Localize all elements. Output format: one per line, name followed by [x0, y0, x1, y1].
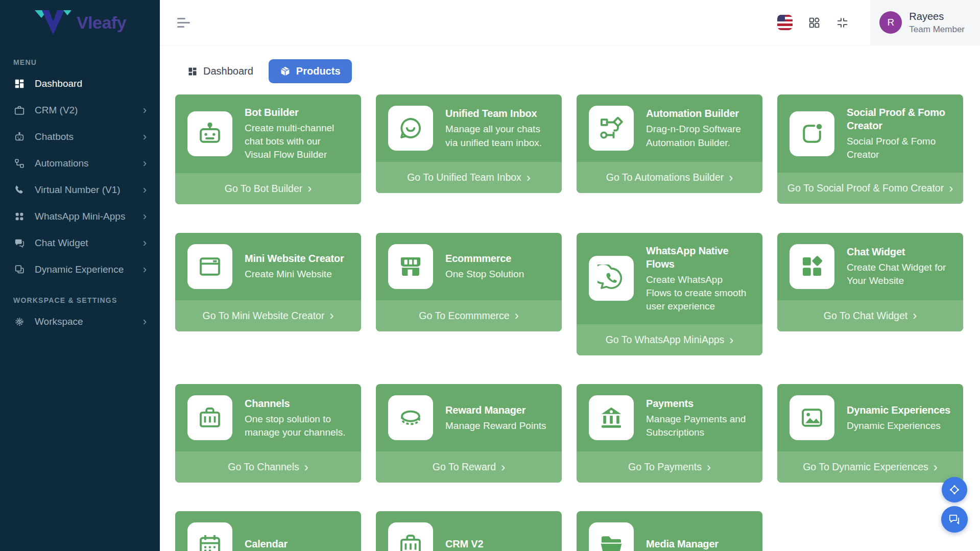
user-menu[interactable]: R Rayees Team Member — [870, 0, 980, 45]
products-cube-icon — [280, 66, 291, 77]
card-body: Dynamic ExperiencesDynamic Experiences — [777, 384, 963, 451]
widgets-icon — [790, 244, 834, 289]
product-card-reward-manager: Reward ManagerManage Reward PointsGo To … — [376, 384, 562, 483]
sidebar-item-label: Workspace — [35, 316, 83, 328]
flow-icon — [589, 106, 634, 151]
card-text: WhatsApp Native FlowsCreate WhatsApp Flo… — [646, 244, 750, 314]
social-proof-icon — [790, 111, 834, 156]
nodes-icon — [13, 157, 26, 170]
tab-dashboard[interactable]: Dashboard — [181, 60, 259, 82]
product-card-social-proof-fomo-creator: Social Proof & Fomo CreatorSocial Proof … — [777, 94, 963, 204]
briefcase-icon — [13, 104, 26, 116]
header-right: R Rayees Team Member — [777, 0, 980, 45]
product-card-media-manager: Media Manager — [577, 511, 762, 551]
compress-screen-icon[interactable] — [836, 16, 849, 29]
card-cta-label: Go To Reward — [433, 461, 496, 473]
brand-logo[interactable]: Vleafy — [0, 0, 160, 45]
card-description: Drag-n-Drop Software Automation Builder. — [646, 123, 750, 149]
vleafy-logo-icon — [34, 10, 71, 35]
card-cta-channels[interactable]: Go To Channels› — [175, 451, 361, 483]
chat-support-fab-button[interactable] — [941, 506, 968, 533]
card-description: Create Mini Website — [245, 268, 344, 281]
card-cta-whatsapp-native-flows[interactable]: Go To WhatsApp MiniApps› — [577, 324, 762, 355]
sidebar-item-label: Automations — [35, 157, 89, 170]
chevron-right-icon: › — [527, 173, 531, 182]
sidebar-item-automations[interactable]: Automations› — [0, 150, 160, 177]
chevron-right-icon: › — [143, 211, 147, 222]
card-cta-ecommmerce[interactable]: Go To Ecommmerce› — [376, 300, 562, 331]
sidebar-workspace-label: WORKSPACE & SETTINGS — [0, 283, 160, 308]
main-area: R Rayees Team Member Dashboard — [160, 0, 980, 551]
card-body: ChannelsOne stop solution to manage your… — [175, 384, 361, 451]
sidebar-item-chat-widget[interactable]: Chat Widget› — [0, 230, 160, 256]
card-title: Channels — [245, 397, 349, 410]
whatsapp-icon — [589, 256, 634, 301]
card-cta-mini-website-creator[interactable]: Go To Mini Website Creator› — [175, 300, 361, 331]
sidebar-item-virtual-number-v1[interactable]: Virtual Number (V1)› — [0, 177, 160, 203]
product-cards-grid: Bot BuilderCreate multi-channel chat bot… — [175, 94, 963, 551]
sidebar-item-chatbots[interactable]: Chatbots› — [0, 124, 160, 150]
sidebar-item-label: CRM (V2) — [35, 104, 78, 116]
tab-products[interactable]: Products — [269, 59, 352, 83]
card-title: Payments — [646, 397, 750, 410]
card-cta-dynamic-experiences[interactable]: Go To Dynamic Experiences› — [777, 451, 963, 483]
card-cta-unified-team-inbox[interactable]: Go To Unified Team Inbox› — [376, 162, 562, 193]
card-cta-reward-manager[interactable]: Go To Reward› — [376, 451, 562, 483]
card-description: Manage Reward Points — [445, 419, 546, 433]
language-flag-us-icon[interactable] — [777, 15, 793, 30]
chevron-right-icon: › — [515, 311, 519, 320]
product-card-mini-website-creator: Mini Website CreatorCreate Mini WebsiteG… — [175, 233, 361, 331]
sidebar-item-label: Virtual Number (V1) — [35, 184, 121, 196]
product-card-payments: PaymentsManage Payments and Subscription… — [577, 384, 762, 483]
card-text: Chat WidgetCreate Chat Widget for Your W… — [847, 245, 951, 288]
card-cta-bot-builder[interactable]: Go To Bot Builder› — [175, 173, 361, 204]
sidebar-item-workspace[interactable]: Workspace› — [0, 308, 160, 335]
card-title: Social Proof & Fomo Creator — [847, 106, 951, 132]
workflow-fab-button[interactable] — [942, 477, 967, 502]
sidebar-item-whatsapp-mini-apps[interactable]: WhatsApp Mini-Apps› — [0, 203, 160, 230]
sidebar-item-dynamic-experience[interactable]: Dynamic Experience› — [0, 256, 160, 283]
card-text: Dynamic ExperiencesDynamic Experiences — [847, 403, 950, 433]
apps-grid-icon[interactable] — [808, 16, 821, 29]
chat-smile-icon — [388, 106, 433, 151]
chevron-right-icon: › — [143, 238, 147, 248]
hamburger-menu-icon[interactable] — [177, 18, 190, 28]
product-card-unified-team-inbox: Unified Team InboxManage all your chats … — [376, 94, 562, 193]
card-cta-chat-widget[interactable]: Go To Chat Widget› — [777, 300, 963, 331]
sidebar-item-dashboard[interactable]: Dashboard — [0, 70, 160, 97]
card-cta-social-proof-fomo-creator[interactable]: Go To Social Proof & Fomo Creator› — [777, 173, 963, 204]
product-card-channels: ChannelsOne stop solution to manage your… — [175, 384, 361, 483]
card-title: Bot Builder — [245, 106, 349, 119]
card-cta-automation-builder[interactable]: Go To Automations Builder› — [577, 162, 762, 193]
card-text: Calendar — [245, 537, 288, 551]
card-cta-label: Go To Chat Widget — [824, 310, 907, 322]
sidebar-item-label: Chat Widget — [35, 237, 88, 249]
card-cta-label: Go To Mini Website Creator — [203, 310, 325, 322]
chevron-right-icon: › — [143, 185, 147, 195]
card-cta-label: Go To WhatsApp MiniApps — [606, 334, 725, 346]
chat-bubbles-icon — [13, 237, 26, 249]
card-description: Manage all your chats via unified team i… — [445, 123, 549, 149]
card-text: CRM V2 — [445, 537, 483, 551]
card-cta-payments[interactable]: Go To Payments› — [577, 451, 762, 483]
card-body: Automation BuilderDrag-n-Drop Software A… — [577, 94, 762, 162]
chevron-right-icon: › — [143, 105, 147, 115]
card-cta-label: Go To Bot Builder — [225, 183, 302, 195]
chevron-right-icon: › — [329, 311, 333, 320]
product-card-dynamic-experiences: Dynamic ExperiencesDynamic ExperiencesGo… — [777, 384, 963, 483]
card-text: Reward ManagerManage Reward Points — [445, 403, 546, 433]
product-card-calendar: Calendar — [175, 511, 361, 551]
sidebar-item-crm-v2[interactable]: CRM (V2)› — [0, 97, 160, 124]
card-cta-label: Go To Payments — [628, 461, 702, 473]
chevron-right-icon: › — [729, 336, 733, 345]
chevron-right-icon: › — [949, 184, 953, 193]
card-text: Mini Website CreatorCreate Mini Website — [245, 252, 344, 281]
gear-icon — [13, 316, 26, 328]
briefcase-icon — [388, 522, 433, 551]
briefcase-icon — [187, 395, 232, 440]
user-avatar: R — [879, 11, 902, 34]
folder-icon — [589, 522, 634, 551]
card-body: PaymentsManage Payments and Subscription… — [577, 384, 762, 451]
chevron-right-icon: › — [143, 158, 147, 169]
card-title: Reward Manager — [445, 403, 546, 417]
